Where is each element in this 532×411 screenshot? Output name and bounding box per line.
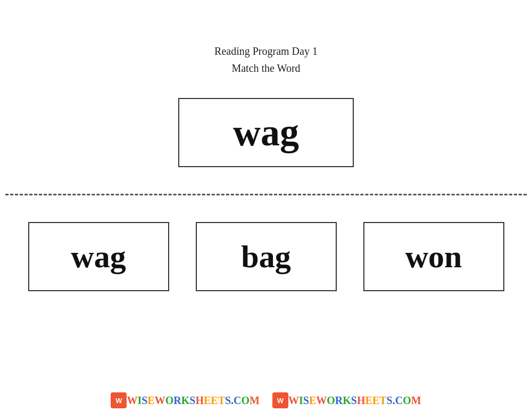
choice-box-3[interactable]: won — [363, 222, 504, 291]
target-word-box: wag — [178, 98, 354, 167]
header: Reading Program Day 1 Match the Word — [214, 43, 318, 77]
header-line1: Reading Program Day 1 — [214, 43, 318, 60]
header-line2: Match the Word — [214, 60, 318, 77]
footer-text-right: WISEWORKSHEETS.COM — [288, 394, 421, 407]
target-word: wag — [233, 111, 299, 155]
choice-box-1[interactable]: wag — [28, 222, 169, 291]
choice-word-1: wag — [71, 239, 126, 275]
logo-icon-w-left: W — [111, 392, 127, 408]
choices-row: wag bag won — [28, 222, 504, 291]
page: Reading Program Day 1 Match the Word wag… — [0, 0, 532, 411]
footer-logo-left: W WISEWORKSHEETS.COM — [111, 392, 260, 408]
logo-icon-w-right: W — [272, 392, 288, 408]
choice-box-2[interactable]: bag — [196, 222, 337, 291]
footer-logo-right: W WISEWORKSHEETS.COM — [272, 392, 421, 408]
choice-word-3: won — [405, 239, 462, 275]
footer-text-left: WISEWORKSHEETS.COM — [127, 394, 260, 407]
dashed-divider — [5, 194, 527, 195]
footer: W WISEWORKSHEETS.COM W WISEWORKSHEETS.CO… — [0, 390, 532, 411]
choice-word-2: bag — [241, 239, 290, 275]
